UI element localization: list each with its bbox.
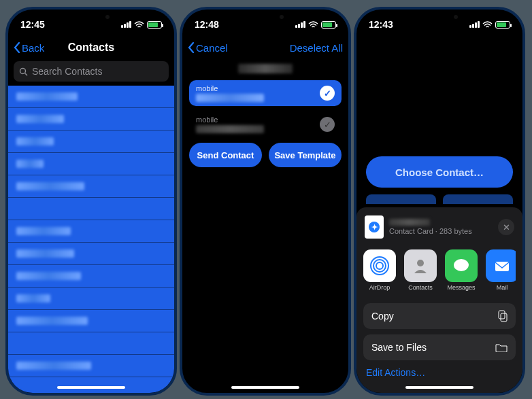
battery-icon	[147, 21, 162, 29]
svg-point-6	[454, 259, 469, 271]
notch	[235, 10, 296, 24]
share-mail[interactable]: Mail	[486, 249, 516, 291]
contact-row[interactable]	[8, 265, 174, 288]
home-indicator[interactable]	[405, 386, 473, 389]
contact-name-redacted	[16, 182, 84, 190]
notch	[61, 10, 122, 24]
share-sheet: ✦ Contact Card · 283 bytes ✕ AirDrop Con…	[356, 207, 522, 393]
wifi-icon	[308, 21, 318, 29]
contact-name-redacted	[16, 160, 44, 168]
sheet-title-redacted	[389, 219, 430, 226]
contact-row[interactable]	[8, 310, 174, 332]
cancel-button[interactable]: Cancel	[188, 42, 228, 54]
phone-share-sheet: 12:43 Choose Contact… ✦ Contact Card · 2…	[354, 7, 525, 396]
entry-type-label: mobile	[196, 116, 314, 124]
save-files-label: Save to Files	[371, 342, 427, 353]
phone-number-redacted	[196, 125, 264, 133]
nav-bar: Cancel Deselect All	[182, 34, 348, 61]
svg-point-3	[373, 260, 386, 272]
home-indicator[interactable]	[231, 386, 299, 389]
status-time: 12:43	[369, 19, 393, 30]
deselect-all-button[interactable]: Deselect All	[290, 42, 343, 54]
contact-name-redacted	[16, 115, 64, 123]
check-circle-icon[interactable]	[320, 86, 335, 101]
svg-rect-8	[499, 311, 505, 319]
contact-name-redacted	[16, 294, 50, 302]
phone-entry-unselected[interactable]: mobile	[189, 111, 342, 137]
notch	[409, 10, 470, 24]
svg-point-0	[20, 68, 26, 73]
folder-icon	[495, 343, 508, 352]
copy-label: Copy	[371, 311, 394, 322]
status-time: 12:48	[195, 19, 219, 30]
wifi-icon	[134, 21, 144, 29]
contact-row[interactable]	[8, 108, 174, 131]
entry-type-label: mobile	[196, 84, 314, 92]
cancel-label: Cancel	[196, 42, 228, 54]
choose-contact-button[interactable]: Choose Contact…	[366, 156, 513, 188]
status-time: 12:45	[20, 19, 45, 30]
send-contact-button[interactable]: Send Contact	[189, 143, 262, 167]
signal-icon	[295, 21, 305, 28]
contact-row[interactable]	[8, 86, 174, 108]
svg-rect-7	[495, 262, 509, 271]
airdrop-icon	[363, 249, 396, 282]
contact-card-icon: ✦	[365, 215, 384, 239]
search-placeholder: Search Contacts	[32, 66, 103, 77]
contact-row[interactable]	[8, 243, 174, 265]
chevron-left-icon	[188, 42, 195, 53]
page-title: Contacts	[8, 41, 174, 54]
signal-icon	[469, 21, 480, 28]
check-circle-icon[interactable]	[320, 117, 335, 132]
svg-line-1	[25, 73, 27, 75]
contact-name-redacted	[16, 227, 71, 235]
contact-name-redacted	[16, 272, 81, 280]
svg-point-5	[417, 260, 424, 266]
share-contacts[interactable]: Contacts	[404, 249, 437, 291]
contact-name-redacted	[16, 92, 78, 101]
save-template-button[interactable]: Save Template	[269, 143, 342, 167]
contact-name-redacted	[16, 249, 74, 258]
contact-row[interactable]	[8, 288, 174, 310]
search-icon	[19, 67, 28, 76]
nav-bar: Back Contacts	[8, 34, 174, 61]
contact-name-redacted	[16, 362, 91, 370]
home-indicator[interactable]	[57, 386, 125, 389]
contact-row[interactable]	[8, 131, 174, 153]
search-input[interactable]: Search Contacts	[14, 61, 169, 82]
phone-number-redacted	[196, 94, 264, 102]
contact-row[interactable]	[8, 175, 174, 198]
phone-entry-selected[interactable]: mobile	[189, 80, 342, 106]
contact-row[interactable]	[8, 220, 174, 243]
mail-icon	[486, 249, 516, 282]
share-app-row[interactable]: AirDrop Contacts Messages Mail	[363, 245, 516, 298]
copy-icon	[497, 310, 508, 322]
svg-rect-9	[501, 313, 507, 322]
copy-action[interactable]: Copy	[363, 303, 516, 329]
phone-contacts: 12:45 Back Contacts Search Contacts	[5, 7, 177, 396]
share-airdrop[interactable]: AirDrop	[363, 249, 396, 291]
battery-icon	[321, 21, 336, 29]
contacts-list[interactable]	[8, 86, 174, 396]
tab-stubs	[366, 194, 513, 204]
messages-icon	[445, 249, 478, 282]
wifi-icon	[482, 21, 493, 29]
phone-send-contact: 12:48 Cancel Deselect All mobile mobile	[180, 7, 351, 396]
sheet-subtitle: Contact Card · 283 bytes	[389, 227, 472, 235]
close-icon[interactable]: ✕	[498, 219, 514, 235]
contact-row[interactable]	[8, 355, 174, 377]
contact-name-redacted	[238, 64, 293, 73]
contact-name-redacted	[16, 317, 88, 325]
contact-name-redacted	[16, 137, 54, 145]
save-to-files-action[interactable]: Save to Files	[363, 334, 516, 360]
signal-icon	[121, 21, 131, 28]
edit-actions-button[interactable]: Edit Actions…	[363, 367, 516, 378]
svg-point-2	[376, 262, 383, 269]
share-messages[interactable]: Messages	[445, 249, 478, 291]
contact-row[interactable]	[8, 332, 174, 355]
battery-icon	[495, 21, 510, 29]
contact-row[interactable]	[8, 198, 174, 220]
contact-row[interactable]	[8, 153, 174, 175]
contacts-icon	[404, 249, 437, 282]
